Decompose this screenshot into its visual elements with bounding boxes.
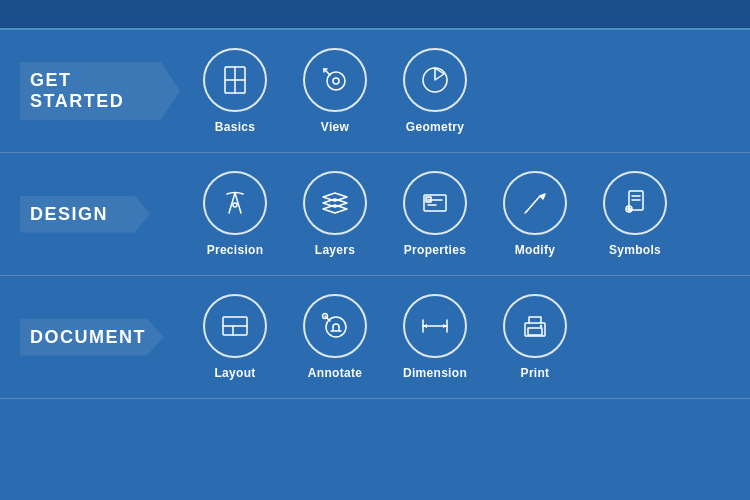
- item-properties[interactable]: Properties: [390, 171, 480, 257]
- icon-circle-basics: [203, 48, 267, 112]
- svg-rect-37: [528, 328, 542, 335]
- section-label-wrap-design: DESIGN: [20, 196, 180, 233]
- icon-circle-modify: [503, 171, 567, 235]
- section-get-started: GET STARTED Basics View Geometry: [0, 30, 750, 153]
- section-label-wrap-document: DOCUMENT: [20, 319, 180, 356]
- svg-line-5: [324, 69, 330, 75]
- item-precision[interactable]: Precision: [190, 171, 280, 257]
- icon-circle-symbols: [603, 171, 667, 235]
- item-layout[interactable]: Layout: [190, 294, 280, 380]
- header: [0, 0, 750, 30]
- item-basics[interactable]: Basics: [190, 48, 280, 134]
- item-label-basics: Basics: [215, 120, 256, 134]
- section-items-get-started: Basics View Geometry: [180, 48, 730, 134]
- item-label-view: View: [321, 120, 349, 134]
- icon-circle-view: [303, 48, 367, 112]
- icon-circle-print: [503, 294, 567, 358]
- item-label-print: Print: [521, 366, 550, 380]
- icon-circle-layout: [203, 294, 267, 358]
- item-label-layers: Layers: [315, 243, 356, 257]
- svg-rect-15: [426, 197, 431, 202]
- item-label-properties: Properties: [404, 243, 466, 257]
- item-layers[interactable]: Layers: [290, 171, 380, 257]
- svg-point-4: [333, 78, 339, 84]
- icon-circle-precision: [203, 171, 267, 235]
- item-geometry[interactable]: Geometry: [390, 48, 480, 134]
- item-view[interactable]: View: [290, 48, 380, 134]
- section-label-document: DOCUMENT: [20, 319, 164, 356]
- svg-point-38: [540, 325, 542, 327]
- section-items-document: Layout Annotate Dimension Print: [180, 294, 730, 380]
- item-label-precision: Precision: [207, 243, 264, 257]
- icon-circle-geometry: [403, 48, 467, 112]
- icon-circle-layers: [303, 171, 367, 235]
- item-label-layout: Layout: [214, 366, 255, 380]
- section-label-design: DESIGN: [20, 196, 150, 233]
- item-label-annotate: Annotate: [308, 366, 362, 380]
- section-document: DOCUMENT Layout Annotate Dimension Print: [0, 276, 750, 399]
- item-modify[interactable]: Modify: [490, 171, 580, 257]
- item-annotate[interactable]: Annotate: [290, 294, 380, 380]
- section-label-get-started: GET STARTED: [20, 62, 180, 120]
- item-label-modify: Modify: [515, 243, 555, 257]
- main-content: GET STARTED Basics View GeometryDESIGN P…: [0, 30, 750, 399]
- item-label-geometry: Geometry: [406, 120, 464, 134]
- section-items-design: Precision Layers Properties Modify Symbo…: [180, 171, 730, 257]
- section-design: DESIGN Precision Layers Properties Modif…: [0, 153, 750, 276]
- icon-circle-properties: [403, 171, 467, 235]
- icon-circle-annotate: [303, 294, 367, 358]
- item-label-symbols: Symbols: [609, 243, 661, 257]
- item-symbols[interactable]: Symbols: [590, 171, 680, 257]
- svg-point-9: [233, 203, 237, 207]
- item-print[interactable]: Print: [490, 294, 580, 380]
- item-label-dimension: Dimension: [403, 366, 467, 380]
- icon-circle-dimension: [403, 294, 467, 358]
- section-label-wrap-get-started: GET STARTED: [20, 62, 180, 120]
- item-dimension[interactable]: Dimension: [390, 294, 480, 380]
